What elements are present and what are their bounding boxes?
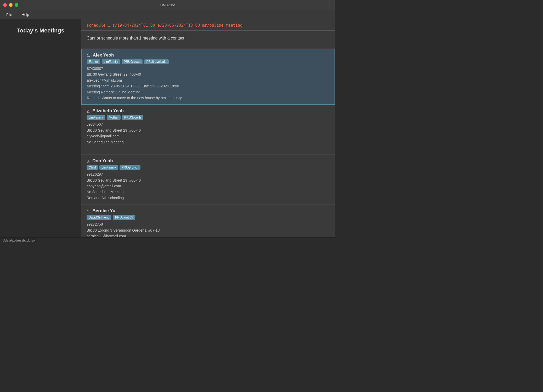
tag: LimFamily — [102, 59, 120, 64]
tag: LimFamily — [87, 115, 105, 120]
sidebar: Today's Meetings — [0, 19, 81, 237]
tag: PRUtravelsafe — [144, 59, 168, 64]
maximize-button[interactable] — [15, 3, 18, 7]
menu-help[interactable]: Help — [20, 12, 31, 18]
app-title: FINDvisor — [160, 3, 175, 7]
contact-name: Bernice Yu — [93, 208, 116, 214]
contact-card-4[interactable]: 4. Bernice Yu DavidGirlfriendPRUgain365 … — [81, 205, 335, 237]
contact-card-2[interactable]: 2. Elizabeth Yeoh LimFamilyMotherPRUGrow… — [81, 105, 335, 155]
tag-row: DavidGirlfriendPRUgain365 — [87, 215, 330, 220]
contact-info: 99272758Blk 30 Lorong 3 Serangoon Garden… — [87, 221, 330, 237]
tag: PRUgain365 — [113, 215, 135, 220]
contact-name-row: 1. Alex Yeoh — [87, 53, 329, 58]
tag-row: ChildLimFamilyPRUGrowth — [87, 165, 330, 170]
tag-row: FatherLimFamilyPRUGrowthPRUtravelsafe — [87, 59, 329, 64]
contact-name-row: 3. Don Yeoh — [87, 158, 330, 164]
title-bar-buttons — [3, 3, 18, 7]
tag: DavidGirlfriend — [87, 215, 111, 220]
contact-name-row: 2. Elizabeth Yeoh — [87, 108, 330, 114]
contact-card-1[interactable]: 1. Alex Yeoh FatherLimFamilyPRUGrowthPRU… — [81, 49, 335, 105]
contact-name-row: 4. Bernice Yu — [87, 208, 330, 214]
tag: Father — [87, 59, 100, 64]
status-bar: ./data/addressbook.json — [0, 237, 335, 243]
contact-info: 89334567Blk 30 Geylang Street 29, #06-40… — [87, 121, 330, 151]
contact-number: 1. — [87, 53, 90, 58]
title-bar: FINDvisor — [0, 0, 335, 10]
contact-name: Don Yeoh — [93, 158, 113, 164]
sidebar-title: Today's Meetings — [17, 27, 64, 34]
contact-name: Alex Yeoh — [93, 53, 114, 58]
contact-number: 2. — [87, 109, 90, 113]
status-path: ./data/addressbook.json — [3, 239, 36, 242]
tag-row: LimFamilyMotherPRUGrowth — [87, 115, 330, 120]
menu-bar: File Help — [0, 10, 335, 19]
contact-info: 99126297Blk 30 Geylang Street 29, #06-40… — [87, 171, 330, 201]
command-bar: schedule 1 s/19-04-2024T01:00 e/23-06-20… — [81, 19, 335, 31]
contact-list[interactable]: 1. Alex Yeoh FatherLimFamilyPRUGrowthPRU… — [81, 49, 335, 237]
tag: PRUGrowth — [122, 115, 143, 120]
tag: Mother — [107, 115, 121, 120]
contact-card-3[interactable]: 3. Don Yeoh ChildLimFamilyPRUGrowth 9912… — [81, 155, 335, 205]
tag: PRUGrowth — [120, 165, 140, 170]
contact-number: 4. — [87, 209, 90, 213]
contact-info: 87438807Blk 30 Geylang Street 29, #06-40… — [87, 66, 329, 101]
tag: Child — [87, 165, 98, 170]
minimize-button[interactable] — [9, 3, 13, 7]
menu-file[interactable]: File — [4, 12, 14, 18]
tag: LimFamily — [99, 165, 118, 170]
command-text: schedule 1 s/19-04-2024T01:00 e/23-06-20… — [87, 23, 242, 28]
content-area: schedule 1 s/19-04-2024T01:00 e/23-06-20… — [81, 19, 335, 237]
error-box: Cannot schedule more than 1 meeting with… — [81, 31, 335, 49]
close-button[interactable] — [3, 3, 7, 7]
contact-number: 3. — [87, 159, 90, 163]
main-layout: Today's Meetings schedule 1 s/19-04-2024… — [0, 19, 335, 237]
contact-name: Elizabeth Yeoh — [93, 108, 124, 114]
error-message: Cannot schedule more than 1 meeting with… — [87, 36, 185, 40]
tag: PRUGrowth — [122, 59, 143, 64]
